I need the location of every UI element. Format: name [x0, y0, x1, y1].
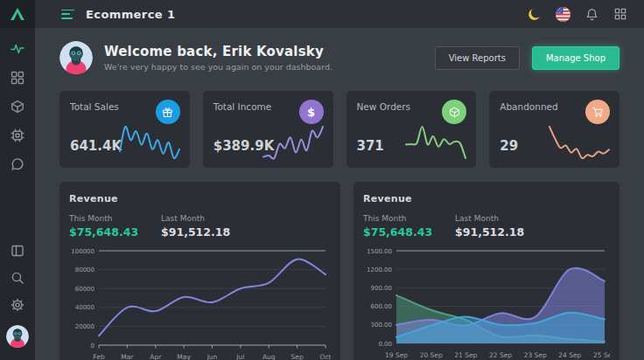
apps-menu-button[interactable]	[612, 6, 628, 22]
svg-text:Sep: Sep	[291, 353, 304, 360]
sparkline-total-sales	[116, 123, 183, 162]
sidebar-item-products[interactable]	[10, 100, 24, 114]
sidebar-nav-top	[10, 42, 24, 171]
stat-cards-row: Total Sales 641.4K Total Income $	[60, 91, 620, 168]
this-month-label: This Month	[69, 214, 138, 223]
app-root: Ecommerce 1	[0, 0, 644, 360]
stat-value: 641.4K	[70, 138, 122, 154]
svg-text:21 Sep: 21 Sep	[454, 351, 477, 359]
moon-icon	[528, 8, 541, 21]
svg-text:22 Sep: 22 Sep	[489, 351, 512, 359]
box-icon	[442, 100, 466, 124]
svg-text:900.00: 900.00	[371, 285, 393, 292]
svg-text:80000: 80000	[75, 267, 94, 273]
svg-text:25 Sep: 25 Sep	[593, 351, 610, 359]
topbar: Ecommerce 1	[35, 0, 644, 28]
this-month-label: This Month	[363, 214, 432, 223]
svg-text:24 Sep: 24 Sep	[558, 351, 581, 359]
sidebar-item-settings[interactable]	[10, 298, 24, 312]
sidebar-item-activity[interactable]	[10, 42, 24, 56]
cpu-icon	[10, 128, 24, 142]
activity-icon	[10, 42, 24, 56]
panel-title: Revenue	[363, 193, 610, 204]
svg-text:40000: 40000	[75, 304, 94, 311]
svg-text:19 Sep: 19 Sep	[385, 351, 408, 359]
topbar-actions	[526, 6, 628, 22]
svg-text:100000: 100000	[71, 248, 94, 255]
avatar-image	[6, 325, 29, 348]
sparkline-total-income	[260, 123, 326, 162]
revenue-panel-monthly: Revenue This Month $75,648.43 Last Month…	[60, 182, 340, 360]
svg-text:23 Sep: 23 Sep	[524, 351, 547, 359]
svg-text:300.00: 300.00	[371, 322, 393, 329]
gift-icon	[156, 100, 180, 124]
cart-icon	[585, 100, 610, 124]
last-month-value: $91,512.18	[161, 225, 230, 239]
sidebar-item-dashboard[interactable]	[10, 71, 24, 85]
stat-card-new-orders: New Orders 371	[346, 91, 477, 168]
app-logo[interactable]	[0, 0, 35, 28]
panel-title: Revenue	[69, 193, 331, 204]
avatar-image	[60, 41, 93, 74]
svg-text:0.00: 0.00	[378, 341, 392, 348]
this-month-value: $75,648.43	[69, 225, 138, 239]
notifications-button[interactable]	[584, 6, 599, 22]
sparkline-abandonned	[546, 123, 612, 162]
triangle-logo-icon	[9, 5, 26, 23]
svg-text:1200.00: 1200.00	[367, 267, 392, 273]
apps-grid-icon	[614, 8, 626, 20]
svg-text:May: May	[177, 353, 191, 360]
us-flag-icon	[556, 7, 570, 22]
user-avatar	[60, 41, 93, 74]
svg-text:Feb: Feb	[93, 353, 105, 360]
sidebar-item-chat[interactable]	[10, 157, 24, 171]
welcome-subtitle: We're very happy to see you again on you…	[104, 62, 332, 72]
revenue-panels-row: Revenue This Month $75,648.43 Last Month…	[60, 182, 620, 360]
sidebar-item-layout[interactable]	[10, 244, 24, 258]
package-box-icon	[10, 100, 24, 114]
dark-mode-toggle[interactable]	[526, 6, 542, 22]
page-title: Ecommerce 1	[86, 8, 175, 21]
svg-text:Apr: Apr	[150, 353, 162, 360]
dollar-icon: $	[299, 100, 324, 124]
search-icon	[10, 271, 24, 285]
bell-icon	[585, 8, 598, 21]
sparkline-new-orders	[402, 123, 469, 162]
language-selector[interactable]	[555, 6, 570, 22]
svg-text:20000: 20000	[75, 323, 94, 330]
sidebar	[0, 0, 35, 360]
view-reports-button[interactable]: View Reports	[435, 46, 520, 70]
layout-panel-icon	[10, 244, 24, 258]
revenue-line-chart: 020000400006000080000100000FebMarAprMayJ…	[69, 244, 331, 360]
welcome-title: Welcome back, Erik Kovalsky	[104, 44, 332, 59]
revenue-summary: This Month $75,648.43 Last Month $91,512…	[363, 214, 610, 239]
last-month-label: Last Month	[161, 214, 230, 223]
manage-shop-button[interactable]: Manage Shop	[532, 46, 620, 70]
revenue-area-chart: 0.00300.00600.00900.001200.001500.0019 S…	[363, 244, 610, 360]
svg-text:Mar: Mar	[121, 353, 134, 360]
stat-card-abandonned: Abandonned 29	[489, 91, 620, 168]
dashboard-grid-icon	[10, 71, 24, 85]
sidebar-nav-bottom	[6, 244, 29, 353]
stat-card-total-sales: Total Sales 641.4K	[60, 91, 190, 168]
revenue-panel-daily: Revenue This Month $75,648.43 Last Month…	[354, 182, 620, 360]
svg-text:60000: 60000	[75, 286, 94, 293]
gear-icon	[10, 298, 24, 312]
sidebar-item-integrations[interactable]	[10, 128, 24, 142]
stat-value: 371	[357, 138, 384, 154]
svg-text:0: 0	[91, 343, 94, 350]
welcome-actions: View Reports Manage Shop	[435, 46, 620, 70]
welcome-text: Welcome back, Erik Kovalsky We're very h…	[104, 44, 332, 72]
main-content: Welcome back, Erik Kovalsky We're very h…	[35, 28, 644, 360]
svg-text:1500.00: 1500.00	[367, 248, 392, 255]
stat-card-total-income: Total Income $ $389.9K	[203, 91, 333, 168]
last-month-value: $91,512.18	[455, 225, 524, 239]
svg-text:Jul: Jul	[235, 353, 244, 360]
menu-toggle-button[interactable]	[61, 10, 75, 19]
svg-text:Jun: Jun	[206, 353, 218, 360]
sidebar-user-avatar[interactable]	[6, 325, 29, 348]
sidebar-item-search[interactable]	[10, 271, 24, 285]
svg-text:20 Sep: 20 Sep	[420, 351, 443, 359]
stat-value: 29	[500, 138, 518, 154]
this-month-value: $75,648.43	[363, 225, 432, 239]
